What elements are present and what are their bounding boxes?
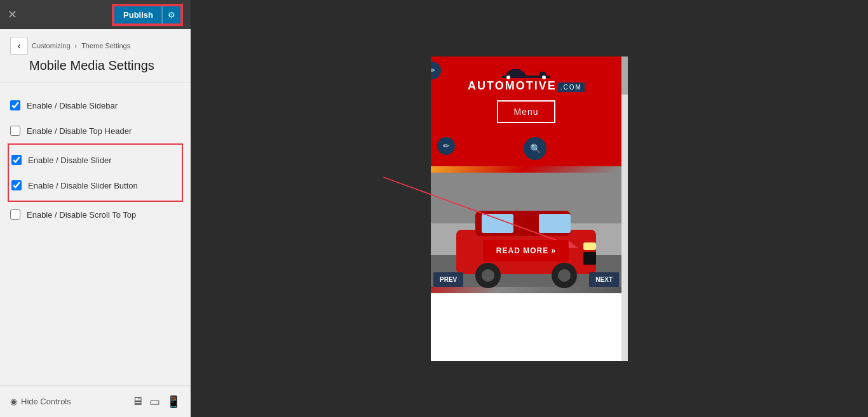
brand-text: AUTOMOTIVE bbox=[468, 79, 557, 92]
checkbox-top-header[interactable] bbox=[10, 126, 20, 136]
breadcrumb: Customizing › Theme Settings bbox=[32, 42, 130, 50]
car-image: READ MORE » PREV NEXT bbox=[431, 166, 621, 293]
dot-com: .COM bbox=[558, 83, 585, 92]
checkbox-slider[interactable] bbox=[11, 155, 22, 165]
edit-pencil-2-icon[interactable]: ✏ bbox=[437, 137, 455, 155]
hide-controls-button[interactable]: ◉ Hide Controls bbox=[10, 397, 71, 406]
scrollbar-thumb[interactable] bbox=[621, 56, 628, 95]
phone-header: ✏ AUTOMOTIVE.COM bbox=[431, 56, 621, 133]
breadcrumb-section: Theme Settings bbox=[81, 42, 130, 50]
breadcrumb-separator: › bbox=[75, 42, 78, 50]
label-top-header: Enable / Disable Top Header bbox=[27, 126, 132, 136]
tablet-view-icon[interactable]: ▭ bbox=[149, 395, 160, 409]
menu-button[interactable]: Menu bbox=[497, 100, 555, 123]
checkbox-sidebar[interactable] bbox=[10, 100, 20, 110]
search-circle[interactable]: 🔍 bbox=[524, 137, 546, 160]
circle-icon: ◉ bbox=[10, 397, 17, 406]
checkbox-scroll-to-top[interactable] bbox=[10, 209, 20, 220]
label-scroll-to-top: Enable / Disable Scroll To Top bbox=[27, 210, 136, 220]
prev-button[interactable]: PREV bbox=[433, 272, 463, 287]
label-sidebar: Enable / Disable Sidebar bbox=[27, 101, 118, 110]
svg-rect-8 bbox=[482, 214, 513, 233]
main-preview-area: ✏ AUTOMOTIVE.COM bbox=[191, 0, 868, 417]
brand-name: AUTOMOTIVE.COM bbox=[468, 79, 585, 93]
desktop-view-icon[interactable]: 🖥 bbox=[132, 395, 143, 409]
car-silhouette-icon bbox=[501, 67, 552, 79]
gear-button[interactable]: ⚙ bbox=[162, 5, 182, 25]
nav-arrows: PREV NEXT bbox=[431, 272, 621, 287]
logo-area: AUTOMOTIVE.COM bbox=[437, 63, 615, 96]
highlight-box: Enable / Disable Slider Enable / Disable… bbox=[8, 143, 183, 202]
phone-preview: ✏ AUTOMOTIVE.COM bbox=[431, 56, 621, 361]
bottom-bar: ◉ Hide Controls 🖥 ▭ 📱 bbox=[0, 385, 191, 417]
phone-nav: ✏ 🔍 bbox=[431, 133, 621, 166]
publish-button[interactable]: Publish bbox=[113, 5, 162, 25]
top-bar: ✕ Publish ⚙ bbox=[0, 0, 191, 29]
setting-slider[interactable]: Enable / Disable Slider bbox=[11, 147, 179, 173]
phone-preview-wrapper: ✏ AUTOMOTIVE.COM bbox=[431, 56, 628, 361]
label-slider: Enable / Disable Slider bbox=[28, 156, 112, 165]
mobile-view-icon[interactable]: 📱 bbox=[166, 395, 180, 409]
view-icons: 🖥 ▭ 📱 bbox=[132, 395, 180, 409]
checkbox-slider-button[interactable] bbox=[11, 180, 22, 190]
page-title: Mobile Media Settings bbox=[0, 57, 191, 82]
close-button[interactable]: ✕ bbox=[8, 9, 17, 20]
setting-slider-button[interactable]: Enable / Disable Slider Button bbox=[11, 173, 179, 198]
sidebar-panel: ✕ Publish ⚙ ‹ Customizing › Theme Settin… bbox=[0, 0, 191, 417]
hide-controls-label: Hide Controls bbox=[21, 397, 71, 406]
next-button[interactable]: NEXT bbox=[589, 272, 619, 287]
breadcrumb-area: ‹ Customizing › Theme Settings bbox=[0, 29, 191, 57]
setting-top-header[interactable]: Enable / Disable Top Header bbox=[10, 118, 180, 143]
breadcrumb-customizing: Customizing bbox=[32, 42, 71, 50]
publish-wrapper: Publish ⚙ bbox=[112, 4, 183, 26]
read-more-button[interactable]: READ MORE » bbox=[484, 240, 569, 261]
phone-body: READ MORE » PREV NEXT bbox=[431, 166, 621, 293]
setting-sidebar[interactable]: Enable / Disable Sidebar bbox=[10, 93, 180, 118]
setting-scroll-to-top[interactable]: Enable / Disable Scroll To Top bbox=[10, 202, 180, 227]
svg-rect-13 bbox=[583, 242, 596, 250]
svg-rect-7 bbox=[539, 214, 571, 233]
svg-rect-14 bbox=[583, 252, 596, 265]
label-slider-button: Enable / Disable Slider Button bbox=[28, 181, 138, 190]
settings-list: Enable / Disable Sidebar Enable / Disabl… bbox=[0, 83, 191, 385]
car-logo: AUTOMOTIVE.COM bbox=[468, 67, 585, 93]
back-button[interactable]: ‹ bbox=[10, 37, 28, 55]
preview-scrollbar[interactable] bbox=[621, 56, 628, 361]
